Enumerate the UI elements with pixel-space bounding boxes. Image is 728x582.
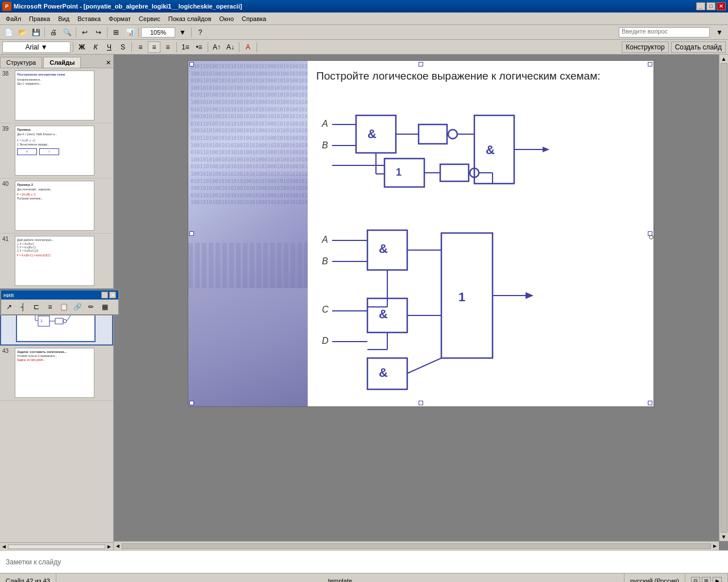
bold-button[interactable]: Ж bbox=[76, 41, 88, 53]
new-button[interactable]: 📄 bbox=[2, 27, 15, 38]
menu-window[interactable]: Окно bbox=[216, 14, 238, 23]
bullets-button[interactable]: •≡ bbox=[193, 41, 205, 53]
svg-text:B: B bbox=[322, 140, 328, 150]
menu-help[interactable]: Справка bbox=[238, 14, 270, 23]
slide-item-41[interactable]: 41 Дай работе логическую... 1. F = А∨В∧C… bbox=[0, 234, 113, 289]
menu-tools[interactable]: Сервис bbox=[135, 14, 164, 23]
tab-structure[interactable]: Структура bbox=[0, 57, 42, 68]
zoom-dropdown[interactable]: ▼ bbox=[176, 27, 189, 38]
svg-text:&: & bbox=[379, 242, 388, 256]
open-button[interactable]: 📂 bbox=[16, 27, 28, 38]
help-search-input[interactable] bbox=[622, 28, 707, 35]
slide-item-39[interactable]: 39 Пример: Дан А = {текст}. Найс Блокнот… bbox=[0, 123, 113, 178]
slide-count-section: Слайд 42 из 43 bbox=[0, 573, 56, 582]
notes-placeholder: Заметки к слайду bbox=[6, 558, 61, 566]
slide-thumb-41: Дай работе логическую... 1. F = А∨В∧C 2.… bbox=[15, 236, 94, 286]
slideshow-button[interactable]: ▶ bbox=[713, 577, 722, 583]
floating-tb-minimize[interactable]: _ bbox=[101, 292, 108, 298]
floating-tb-close[interactable]: ✕ bbox=[109, 292, 116, 298]
sep8 bbox=[176, 42, 177, 52]
scroll-right-button[interactable]: ► bbox=[712, 543, 718, 549]
sep2 bbox=[76, 27, 76, 38]
font-dropdown[interactable]: Arial ▼ bbox=[2, 41, 71, 53]
floating-toolbar-header[interactable]: ния _ ✕ bbox=[1, 290, 118, 300]
scroll-thumb[interactable] bbox=[721, 63, 727, 533]
vertical-scrollbar[interactable]: ▲ ▼ bbox=[719, 55, 728, 541]
menu-file[interactable]: Файл bbox=[2, 14, 24, 23]
slide-num-38: 38 bbox=[2, 70, 13, 77]
sep9 bbox=[208, 42, 208, 52]
sidebar-close-button[interactable]: ✕ bbox=[104, 58, 113, 68]
save-button[interactable]: 💾 bbox=[30, 27, 42, 38]
scroll-up-button[interactable]: ▲ bbox=[721, 56, 727, 62]
floating-toolbar-body: ↗ ┤ ⊏ ≡ 📋 🔗 ✏ ▦ bbox=[1, 300, 118, 314]
scroll-area: 0101101001010101010010101000101010010101… bbox=[114, 55, 728, 550]
slide-title: Постройте логическое выражение к логичес… bbox=[316, 70, 642, 82]
draw-tool-7[interactable]: ✏ bbox=[85, 301, 97, 313]
font-color[interactable]: A bbox=[242, 41, 254, 53]
align-left[interactable]: ≡ bbox=[134, 41, 147, 53]
scroll-left-button[interactable]: ◄ bbox=[115, 543, 121, 549]
insert-chart[interactable]: 📊 bbox=[123, 27, 136, 38]
underline-button[interactable]: Ч bbox=[103, 41, 115, 53]
create-slide-button[interactable]: Создать слайд bbox=[671, 41, 726, 53]
horizontal-scrollbar[interactable]: ◄ ► bbox=[114, 541, 719, 550]
minimize-button[interactable]: _ bbox=[696, 2, 705, 10]
zoom-box[interactable]: 105% bbox=[141, 27, 175, 38]
tab-slides[interactable]: Слайды bbox=[43, 57, 81, 68]
h-scroll-thumb[interactable] bbox=[122, 543, 711, 549]
decrease-font[interactable]: A↓ bbox=[224, 41, 237, 53]
slide-canvas[interactable]: 0101101001010101010010101000101010010101… bbox=[188, 60, 654, 407]
menu-insert[interactable]: Вставка bbox=[74, 14, 104, 23]
normal-view-button[interactable]: ⊟ bbox=[691, 577, 700, 583]
svg-marker-70 bbox=[526, 292, 533, 299]
svg-text:&: & bbox=[379, 307, 388, 321]
help-search-button[interactable]: ▼ bbox=[713, 27, 726, 38]
increase-font[interactable]: A↑ bbox=[210, 41, 223, 53]
svg-rect-41 bbox=[440, 164, 469, 181]
draw-tool-5[interactable]: 📋 bbox=[57, 301, 70, 313]
menu-edit[interactable]: Правка bbox=[26, 14, 53, 23]
svg-text:1: 1 bbox=[396, 167, 402, 178]
svg-point-19 bbox=[63, 319, 67, 323]
svg-text:&: & bbox=[367, 127, 377, 141]
draw-tool-3[interactable]: ⊏ bbox=[30, 301, 43, 313]
help-input[interactable] bbox=[619, 27, 710, 38]
logic-diagram-1: A B & bbox=[316, 92, 635, 205]
italic-button[interactable]: К bbox=[89, 41, 102, 53]
redo-button[interactable]: ↪ bbox=[92, 27, 105, 38]
close-button[interactable]: ✕ bbox=[717, 2, 726, 10]
slide-sorter-button[interactable]: ⊞ bbox=[702, 577, 711, 583]
strikethrough-button[interactable]: S bbox=[117, 41, 129, 53]
sidebar-scrollbar[interactable]: ◄ ► bbox=[0, 542, 113, 550]
menu-format[interactable]: Формат bbox=[105, 14, 134, 23]
menu-view[interactable]: Вид bbox=[55, 14, 73, 23]
slide-item-38[interactable]: 38 Построение алгоритма схем Алгоритм яв… bbox=[0, 68, 113, 123]
draw-tool-1[interactable]: ↗ bbox=[3, 301, 15, 313]
svg-marker-34 bbox=[543, 147, 549, 152]
align-right[interactable]: ≡ bbox=[162, 41, 174, 53]
draw-tool-2[interactable]: ┤ bbox=[16, 301, 29, 313]
print-button[interactable]: 🖨 bbox=[47, 27, 60, 38]
help-icon[interactable]: ? bbox=[194, 27, 206, 38]
sep1 bbox=[44, 27, 45, 38]
preview-button[interactable]: 🔍 bbox=[61, 27, 73, 38]
insert-table[interactable]: ⊞ bbox=[110, 27, 122, 38]
numbering-button[interactable]: 1≡ bbox=[179, 41, 192, 53]
app-icon: P bbox=[2, 2, 11, 11]
view-buttons: ⊟ ⊞ ▶ bbox=[691, 577, 722, 583]
menu-slideshow[interactable]: Показ слайдов bbox=[165, 14, 215, 23]
slide-item-43[interactable]: 43 Задача: составить логическое... Услов… bbox=[0, 346, 113, 401]
undo-button[interactable]: ↩ bbox=[78, 27, 91, 38]
language-section: русский (Россия) bbox=[624, 573, 685, 582]
draw-tool-8[interactable]: ▦ bbox=[98, 301, 111, 313]
slide-item-40[interactable]: 40 Пример 2 Дан логический... нарисуем..… bbox=[0, 178, 113, 234]
align-center[interactable]: ≡ bbox=[148, 41, 160, 53]
slide-thumb-38: Построение алгоритма схем Алгоритм являе… bbox=[15, 70, 94, 120]
scroll-down-button[interactable]: ▼ bbox=[721, 534, 727, 540]
draw-tool-4[interactable]: ≡ bbox=[44, 301, 56, 313]
designer-button[interactable]: Конструктор bbox=[622, 41, 668, 53]
maximize-button[interactable]: □ bbox=[706, 2, 715, 10]
svg-text:&: & bbox=[486, 143, 495, 157]
draw-tool-6[interactable]: 🔗 bbox=[71, 301, 84, 313]
